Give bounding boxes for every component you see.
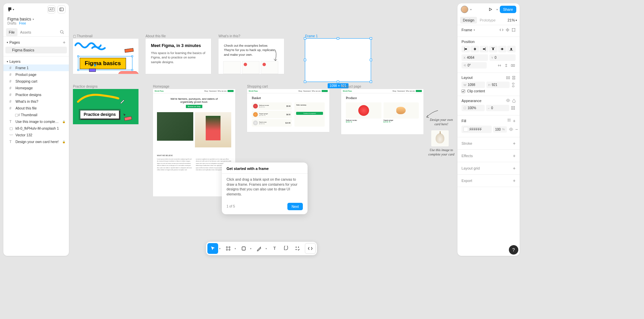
layer-shopping-cart[interactable]: #Shopping cart (3, 78, 69, 85)
pen-tool-chevron[interactable]: ▾ (265, 247, 269, 250)
align-hcenter-icon[interactable] (471, 46, 479, 52)
frame-label-about[interactable]: About this file (146, 34, 166, 38)
constrain-icon[interactable] (511, 82, 516, 88)
layer-k8-0-fkphulv-m-unsplash-1[interactable]: ▢k8-0_fkPHulv-M-unsplash 1 (3, 125, 69, 132)
canvas[interactable]: ▢ Thumbnail Figma basics About this file… (72, 3, 454, 256)
page-item[interactable]: Figma Basics (5, 47, 67, 53)
shape-tool[interactable] (238, 243, 249, 254)
layer-product-page[interactable]: #Product page (3, 71, 69, 78)
share-button[interactable]: Share (500, 6, 516, 13)
align-vcenter-icon[interactable] (498, 46, 507, 52)
frame-frame1[interactable]: 1098 × 921 (305, 39, 371, 82)
tab-file[interactable]: File (6, 28, 17, 36)
file-title[interactable]: Figma basics▾ (3, 15, 69, 21)
fill-color-input[interactable]: FFFFFF (461, 126, 492, 133)
frame-cart[interactable]: World PeasShopNewstandWho we are Basket … (247, 89, 329, 132)
layer-design-your-own-card-here-[interactable]: TDesign your own card here!🔒 (3, 138, 69, 145)
height-input[interactable]: H921 (486, 82, 510, 88)
frame-label-frame1[interactable]: Frame 1 (305, 34, 318, 38)
tab-assets[interactable]: Assets (17, 28, 34, 36)
frame-label-practice[interactable]: Practice designs (73, 85, 97, 88)
onion-image[interactable] (431, 130, 449, 146)
tooltip-next-button[interactable]: Next (287, 203, 303, 210)
frame-label-product[interactable]: Product page (341, 85, 361, 88)
panel-toggle-button[interactable] (57, 5, 66, 13)
shape-tool-chevron[interactable]: ▾ (250, 247, 253, 250)
tab-prototype[interactable]: Prototype (477, 17, 498, 24)
frame-label-homepage[interactable]: Homepage (153, 85, 169, 88)
radius-detail-icon[interactable] (511, 105, 516, 110)
actions-tool[interactable] (292, 243, 303, 254)
align-bottom-icon[interactable] (507, 46, 516, 52)
search-icon[interactable] (58, 28, 66, 36)
comment-tool[interactable] (281, 243, 291, 254)
frame-thumbnail[interactable]: Figma basics (73, 39, 138, 74)
stroke-section[interactable]: Stroke+ (457, 137, 520, 150)
add-stroke-icon[interactable]: + (513, 141, 516, 146)
width-input[interactable]: W1098 (461, 82, 485, 88)
help-button[interactable]: ? (509, 245, 518, 255)
layer-thumbnail[interactable]: ▢#Thumbnail (3, 111, 69, 118)
add-effects-icon[interactable]: + (513, 153, 516, 158)
a-question-button[interactable]: A? (47, 5, 55, 13)
layout-grid-section[interactable]: Layout grid+ (457, 162, 520, 175)
fill-remove-icon[interactable]: − (515, 127, 518, 132)
effects-section[interactable]: Effects+ (457, 150, 520, 162)
move-tool-chevron[interactable]: ▾ (219, 247, 222, 250)
export-section[interactable]: Export+ (457, 175, 520, 187)
clip-content-checkbox[interactable]: Clip content (461, 89, 516, 93)
pages-header[interactable]: ▾Pages + (3, 39, 69, 46)
frame-dropdown[interactable]: Frame▾ (461, 28, 475, 32)
frame-tool-chevron[interactable]: ▾ (234, 247, 238, 250)
align-top-icon[interactable] (489, 46, 497, 52)
frame-sel-icon[interactable] (512, 28, 516, 32)
layer-homepage[interactable]: #Homepage (3, 85, 69, 91)
frame-about[interactable]: Meet Figma, in 3 minutes This space is f… (146, 39, 211, 74)
pen-tool[interactable] (254, 243, 265, 254)
styles-icon[interactable] (507, 118, 511, 124)
radius-input[interactable]: ⌐0 (486, 105, 509, 111)
move-tool[interactable] (207, 243, 218, 254)
flip-v-icon[interactable] (504, 63, 509, 68)
layer-what-s-in-this-[interactable]: #What's in this? (3, 98, 69, 105)
layer-practice-designs[interactable]: #Practice designs (3, 91, 69, 98)
text-tool[interactable]: T (269, 243, 280, 254)
breadcrumb-drafts[interactable]: Drafts (7, 21, 16, 25)
add-fill-icon[interactable]: + (513, 118, 516, 124)
layer-frame-1[interactable]: #Frame 1 (3, 64, 69, 71)
breadcrumb-free[interactable]: Free (19, 21, 26, 25)
frame-product[interactable]: World PeasShopNewstandWho we are Produce… (341, 89, 424, 134)
dev-mode-tool[interactable] (305, 243, 316, 254)
layer-use-this-image-to-comple-[interactable]: TUse this image to comple…🔒 (3, 118, 69, 125)
code-icon[interactable] (499, 28, 504, 32)
autolayout-v-icon[interactable] (512, 76, 516, 80)
add-page-icon[interactable]: + (63, 40, 66, 45)
frame-label-cart[interactable]: Shopping cart (247, 85, 268, 88)
flip-h-icon[interactable] (497, 63, 502, 68)
frame-label-thumbnail[interactable]: ▢ Thumbnail (73, 34, 92, 38)
layer-about-this-file[interactable]: #About this file (3, 105, 69, 111)
avatar[interactable] (461, 6, 468, 13)
frame-whats[interactable]: Check out the examples below. They're fo… (218, 39, 284, 74)
frame-label-whats[interactable]: What's in this? (218, 34, 240, 38)
y-input[interactable]: Y0 (489, 54, 516, 61)
frame-tool[interactable] (223, 243, 234, 254)
present-button[interactable] (486, 5, 494, 13)
autolayout-h-icon[interactable] (506, 76, 510, 80)
frame-practice[interactable]: Practice designs (73, 89, 138, 124)
tab-design[interactable]: Design (460, 17, 477, 24)
fill-opacity-input[interactable]: 100% (493, 126, 507, 133)
fill-visibility-icon[interactable] (508, 127, 514, 132)
zoom-control[interactable]: 21%▾ (508, 18, 517, 22)
component-icon[interactable] (506, 28, 510, 32)
figma-menu-button[interactable]: ▾ (7, 5, 15, 13)
opacity-input[interactable]: ☐100% (461, 105, 485, 111)
x-input[interactable]: X4064 (461, 54, 488, 61)
add-grid-icon[interactable]: + (513, 166, 516, 171)
blend-icon[interactable] (512, 99, 516, 103)
align-right-icon[interactable] (480, 46, 488, 52)
more-pos-icon[interactable] (510, 63, 516, 68)
rotation-input[interactable]: ⟲0° (461, 62, 487, 69)
visibility-icon[interactable] (506, 99, 510, 103)
align-left-icon[interactable] (461, 46, 470, 52)
